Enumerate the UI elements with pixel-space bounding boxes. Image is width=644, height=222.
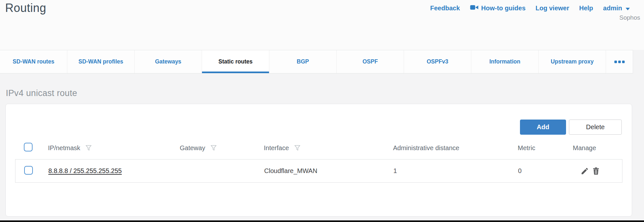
tab-overflow-ellipsis-icon[interactable]: [606, 50, 633, 73]
page-header: Routing Feedback How-to guides Log viewe…: [0, 0, 644, 50]
log-viewer-link[interactable]: Log viewer: [535, 5, 569, 12]
delete-button[interactable]: Delete: [569, 120, 622, 135]
tab-sdwan-routes[interactable]: SD-WAN routes: [0, 50, 67, 73]
row-checkbox[interactable]: [24, 166, 33, 175]
brand-label: Sophos: [620, 14, 640, 21]
tab-ospf[interactable]: OSPF: [336, 50, 404, 73]
col-metric: Metric: [518, 144, 535, 152]
feedback-link[interactable]: Feedback: [430, 5, 460, 12]
col-admin-distance: Administrative distance: [393, 144, 459, 152]
tab-information[interactable]: Information: [471, 50, 538, 73]
section-heading: IPv4 unicast route: [6, 88, 77, 98]
edit-pencil-icon[interactable]: [581, 167, 589, 175]
filter-funnel-icon[interactable]: [210, 144, 217, 151]
tab-gateways[interactable]: Gateways: [134, 50, 202, 73]
col-interface: Interface: [264, 144, 289, 152]
content-area: IPv4 unicast route Add Delete IP/netmask…: [0, 73, 644, 222]
select-all-checkbox[interactable]: [24, 143, 33, 151]
filter-funnel-icon[interactable]: [85, 144, 92, 151]
routes-card: Add Delete IP/netmask Gateway: [5, 104, 632, 217]
table-row: 8.8.8.8 / 255.255.255.255 Cloudflare_MWA…: [15, 159, 622, 183]
cell-interface: Cloudflare_MWAN: [264, 167, 393, 175]
user-menu[interactable]: admin: [603, 5, 630, 12]
tab-bar: SD-WAN routes SD-WAN profiles Gateways S…: [0, 50, 633, 73]
route-link[interactable]: 8.8.8.8 / 255.255.255.255: [48, 167, 122, 174]
video-camera-icon: [470, 5, 478, 12]
col-gateway: Gateway: [180, 144, 205, 152]
routing-page: Routing Feedback How-to guides Log viewe…: [0, 0, 644, 222]
delete-trash-icon[interactable]: [592, 167, 600, 175]
howto-guides-link[interactable]: How-to guides: [470, 5, 526, 12]
window-bottom-edge: [0, 220, 644, 222]
header-links: Feedback How-to guides Log viewer Help a…: [430, 5, 630, 12]
help-link[interactable]: Help: [579, 5, 593, 12]
table-header: IP/netmask Gateway Interface: [15, 140, 622, 156]
col-ip-netmask: IP/netmask: [48, 144, 80, 152]
tab-upstream-proxy[interactable]: Upstream proxy: [538, 50, 606, 73]
tab-sdwan-profiles[interactable]: SD-WAN profiles: [67, 50, 134, 73]
tab-bgp[interactable]: BGP: [269, 50, 336, 73]
caret-down-icon: [626, 5, 630, 12]
tab-ospfv3[interactable]: OSPFv3: [404, 50, 471, 73]
filter-funnel-icon[interactable]: [294, 144, 301, 151]
tab-static-routes[interactable]: Static routes: [202, 50, 269, 73]
page-title: Routing: [5, 1, 46, 15]
add-button[interactable]: Add: [520, 120, 566, 135]
cell-metric: 0: [518, 167, 573, 175]
card-toolbar: Add Delete: [520, 120, 622, 135]
cell-admin-distance: 1: [393, 167, 518, 175]
cell-manage: [573, 167, 622, 175]
tab-bar-row: SD-WAN routes SD-WAN profiles Gateways S…: [0, 50, 644, 73]
col-manage: Manage: [573, 144, 596, 152]
